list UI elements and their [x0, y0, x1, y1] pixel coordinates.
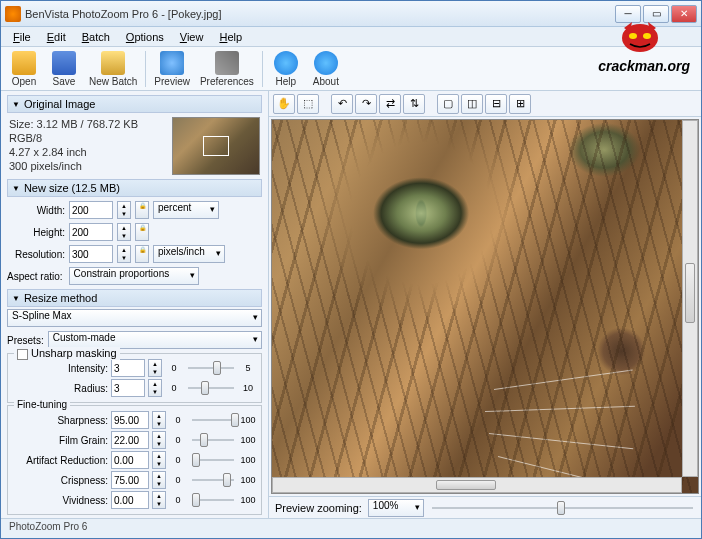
radius-input[interactable]: [111, 379, 145, 397]
resolution-input[interactable]: [69, 245, 113, 263]
preview-button[interactable]: Preview: [152, 49, 192, 89]
vividness-spinner[interactable]: ▲▼: [152, 491, 166, 509]
overlay-logo: [618, 14, 662, 58]
vividness-input[interactable]: [111, 491, 149, 509]
right-panel: ✋ ⬚ ↶ ↷ ⇄ ⇅ ▢ ◫ ⊟ ⊞ Preview zooming: 100…: [269, 91, 701, 518]
help-button[interactable]: Help: [269, 49, 303, 89]
menu-options[interactable]: Options: [118, 29, 172, 45]
intensity-spinner[interactable]: ▲▼: [148, 359, 162, 377]
folder-open-icon: [12, 51, 36, 75]
mode-text: RGB/8: [9, 131, 166, 145]
crop-tool-button[interactable]: ⬚: [297, 94, 319, 114]
preview-zoom-label: Preview zooming:: [275, 502, 362, 514]
width-spinner[interactable]: ▲▼: [117, 201, 131, 219]
unsharp-checkbox[interactable]: [17, 349, 28, 360]
radius-slider[interactable]: [188, 381, 234, 395]
artifact-label: Artifact Reduction:: [12, 455, 108, 466]
resolution-lock[interactable]: 🔒: [135, 245, 149, 263]
menu-batch[interactable]: Batch: [74, 29, 118, 45]
preview-area[interactable]: [271, 119, 699, 494]
flip-v-button[interactable]: ⇅: [403, 94, 425, 114]
rotate-right-button[interactable]: ↷: [355, 94, 377, 114]
horizontal-scrollbar[interactable]: [272, 477, 682, 493]
rotate-left-button[interactable]: ↶: [331, 94, 353, 114]
save-button[interactable]: Save: [47, 49, 81, 89]
sharpness-input[interactable]: [111, 411, 149, 429]
view-quad-button[interactable]: ⊞: [509, 94, 531, 114]
unsharp-label: Unsharp masking: [31, 347, 117, 359]
flip-h-button[interactable]: ⇄: [379, 94, 401, 114]
radius-min: 0: [165, 383, 183, 393]
whisker-decoration: [485, 406, 635, 412]
height-input[interactable]: [69, 223, 113, 241]
film-grain-spinner[interactable]: ▲▼: [152, 431, 166, 449]
menu-file[interactable]: File: [5, 29, 39, 45]
intensity-input[interactable]: [111, 359, 145, 377]
svg-point-1: [629, 33, 637, 39]
intensity-max: 5: [239, 363, 257, 373]
app-icon: [5, 6, 21, 22]
zoom-select[interactable]: 100%: [368, 499, 424, 517]
height-spinner[interactable]: ▲▼: [117, 223, 131, 241]
vividness-label: Vividness:: [12, 495, 108, 506]
zoom-slider[interactable]: [432, 501, 693, 515]
artifact-slider[interactable]: [192, 453, 234, 467]
film-grain-slider[interactable]: [192, 433, 234, 447]
menu-edit[interactable]: Edit: [39, 29, 74, 45]
crispness-input[interactable]: [111, 471, 149, 489]
view-single-button[interactable]: ▢: [437, 94, 459, 114]
preferences-button[interactable]: Preferences: [198, 49, 256, 89]
crispness-slider[interactable]: [192, 473, 234, 487]
intensity-label: Intensity:: [12, 363, 108, 374]
width-lock[interactable]: 🔒: [135, 201, 149, 219]
svg-point-2: [643, 33, 651, 39]
width-unit-select[interactable]: percent: [153, 201, 219, 219]
toolbar-divider: [262, 51, 263, 87]
original-info: Size: 3.12 MB / 768.72 KB RGB/8 4.27 x 2…: [9, 117, 166, 175]
radius-max: 10: [239, 383, 257, 393]
new-size-header[interactable]: New size (12.5 MB): [7, 179, 262, 197]
whisker-decoration: [489, 433, 633, 449]
intensity-slider[interactable]: [188, 361, 234, 375]
size-text: Size: 3.12 MB / 768.72 KB: [9, 117, 166, 131]
fine-tuning-label: Fine-tuning: [14, 399, 70, 410]
open-button[interactable]: Open: [7, 49, 41, 89]
sharpness-slider[interactable]: [192, 413, 234, 427]
about-button[interactable]: About: [309, 49, 343, 89]
menu-help[interactable]: Help: [211, 29, 250, 45]
thumbnail-navigator[interactable]: [172, 117, 260, 175]
res-text: 300 pixels/inch: [9, 159, 166, 173]
crispness-spinner[interactable]: ▲▼: [152, 471, 166, 489]
toolbar-divider: [145, 51, 146, 87]
fine-tuning-group: Fine-tuning Sharpness: ▲▼ 0 100 Film Gra…: [7, 405, 262, 515]
resize-method-select[interactable]: S-Spline Max: [7, 309, 262, 327]
vertical-scrollbar[interactable]: [682, 120, 698, 477]
watermark-text: crackman.org: [598, 58, 690, 74]
aspect-ratio-label: Aspect ratio:: [7, 271, 63, 282]
resize-method-header[interactable]: Resize method: [7, 289, 262, 307]
sharpness-spinner[interactable]: ▲▼: [152, 411, 166, 429]
original-image-header[interactable]: Original Image: [7, 95, 262, 113]
view-split-v-button[interactable]: ⊟: [485, 94, 507, 114]
close-button[interactable]: ✕: [671, 5, 697, 23]
hand-tool-button[interactable]: ✋: [273, 94, 295, 114]
tools-icon: [215, 51, 239, 75]
width-input[interactable]: [69, 201, 113, 219]
new-batch-button[interactable]: New Batch: [87, 49, 139, 89]
height-lock[interactable]: 🔒: [135, 223, 149, 241]
resolution-unit-select[interactable]: pixels/inch: [153, 245, 225, 263]
vividness-slider[interactable]: [192, 493, 234, 507]
radius-spinner[interactable]: ▲▼: [148, 379, 162, 397]
aspect-ratio-select[interactable]: Constrain proportions: [69, 267, 199, 285]
zoom-bar: Preview zooming: 100%: [269, 496, 701, 518]
width-label: Width:: [7, 205, 65, 216]
batch-icon: [101, 51, 125, 75]
menu-view[interactable]: View: [172, 29, 212, 45]
resolution-spinner[interactable]: ▲▼: [117, 245, 131, 263]
artifact-input[interactable]: [111, 451, 149, 469]
view-split-h-button[interactable]: ◫: [461, 94, 483, 114]
film-grain-input[interactable]: [111, 431, 149, 449]
artifact-spinner[interactable]: ▲▼: [152, 451, 166, 469]
film-grain-label: Film Grain:: [12, 435, 108, 446]
info-icon: [314, 51, 338, 75]
